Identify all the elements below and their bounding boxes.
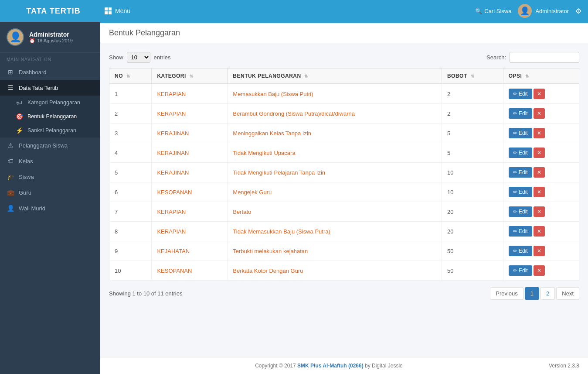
edit-button[interactable]: ✏ Edit [509,148,532,158]
th-bentuk-pelanggaran: BENTUK PELANGGARAN ⇅ [228,69,442,84]
table-head: NO ⇅ KATEGORI ⇅ BENTUK PELANGGARAN ⇅ BOB… [109,69,579,84]
cell-opsi: ✏ Edit✕ [503,104,579,124]
sidebar-item-wali-murid[interactable]: 👤 Wali Murid [0,200,100,216]
footer: Copyright © 2017 SMK Plus Al-Maftuh (026… [100,357,588,374]
next-button[interactable]: Next [556,287,579,300]
cell-bentuk-pelanggaran[interactable]: Berambut Gondrong (Siswa Putra)/dicat/di… [228,104,442,124]
cell-bentuk-pelanggaran[interactable]: Berkata Kotor Dengan Guru [228,261,442,281]
edit-button[interactable]: ✏ Edit [509,167,532,178]
cell-bentuk-pelanggaran[interactable]: Bertato [228,202,442,222]
cell-kategori[interactable]: KERAPIAN [152,202,228,222]
sidebar-item-data-tata-tertib[interactable]: ☰ Data Tata Tertib [0,80,100,96]
edit-button[interactable]: ✏ Edit [509,206,532,217]
cell-bobot: 50 [442,261,503,281]
cell-bobot: 20 [442,222,503,241]
cell-kategori[interactable]: KERAPIAN [152,84,228,104]
delete-button[interactable]: ✕ [534,226,545,237]
cell-bentuk-pelanggaran[interactable]: Tidak Mengikuti Pelajaran Tanpa Izin [228,163,442,182]
cell-no: 3 [109,124,152,143]
edit-button[interactable]: ✏ Edit [509,226,532,237]
sidebar-item-label: Bentuk Pelanggaran [27,113,77,120]
show-entries: Show 10 25 50 100 entries [109,52,171,63]
cell-no: 5 [109,163,152,182]
table-footer: Showing 1 to 10 of 11 entries Previous 1… [109,287,579,300]
footer-copyright: Copyright © 2017 [255,363,296,369]
edit-button[interactable]: ✏ Edit [509,128,532,138]
sidebar-item-kategori-pelanggaran[interactable]: 🏷 Kategori Pelanggaran [0,96,100,110]
edit-button[interactable]: ✏ Edit [509,89,532,99]
menu-toggle-button[interactable]: Menu [100,5,135,17]
table-row: 3KERAJINANMeninggalkan Kelas Tanpa Izin5… [109,124,579,143]
cell-bentuk-pelanggaran[interactable]: Memasukkan Baju (Siswa Putri) [228,84,442,104]
sidebar-item-sanksi-pelanggaran[interactable]: ⚡ Sanksi Pelanggaran [0,124,100,137]
top-right-nav: 🔍 Cari Siswa 👤 Administrator ⚙ [475,4,581,18]
delete-button[interactable]: ✕ [534,89,545,99]
previous-button[interactable]: Previous [490,287,523,300]
delete-button[interactable]: ✕ [534,265,545,276]
search-label: Cari Siswa [484,8,511,14]
cari-siswa-button[interactable]: 🔍 Cari Siswa [475,8,511,14]
sidebar-item-bentuk-pelanggaran[interactable]: 🎯 Bentuk Pelanggaran [0,110,100,124]
cell-bobot: 2 [442,104,503,124]
delete-button[interactable]: ✕ [534,108,545,119]
cell-kategori[interactable]: KERAJINAN [152,163,228,182]
sidebar-item-label: Kelas [19,158,33,165]
sidebar-user-name: Administrator [29,31,73,38]
delete-button[interactable]: ✕ [534,148,545,158]
sidebar-item-siswa[interactable]: 🎓 Siswa [0,169,100,185]
cell-kategori[interactable]: KERAJINAN [152,143,228,163]
sidebar-item-pelanggaran-siswa[interactable]: ⚠ Pelanggaran Siswa [0,137,100,153]
sidebar-item-guru[interactable]: 💼 Guru [0,185,100,200]
search-input[interactable] [510,52,579,63]
search-icon: 🔍 [475,8,482,14]
cell-bentuk-pelanggaran[interactable]: Tidak Memasukkan Baju (Siswa Putra) [228,222,442,241]
table-row: 7KERAPIANBertato20✏ Edit✕ [109,202,579,222]
cell-bentuk-pelanggaran[interactable]: Tidak Mengikuti Upacara [228,143,442,163]
delete-button[interactable]: ✕ [534,206,545,217]
page-2-button[interactable]: 2 [540,287,555,300]
cell-no: 6 [109,182,152,202]
sidebar-item-kelas[interactable]: 🏷 Kelas [0,153,100,169]
cell-kategori[interactable]: KERAJINAN [152,124,228,143]
cell-no: 9 [109,241,152,261]
table-row: 4KERAJINANTidak Mengikuti Upacara5✏ Edit… [109,143,579,163]
top-user-name: Administrator [535,8,569,14]
cell-kategori[interactable]: KESOPANAN [152,261,228,281]
edit-button[interactable]: ✏ Edit [509,187,532,197]
cell-bentuk-pelanggaran[interactable]: Meninggalkan Kelas Tanpa Izin [228,124,442,143]
delete-button[interactable]: ✕ [534,246,545,256]
cell-kategori[interactable]: KESOPANAN [152,182,228,202]
sidebar-avatar: 👤 [7,28,24,46]
sort-icon-kategori: ⇅ [190,74,194,79]
delete-button[interactable]: ✕ [534,128,545,138]
table-row: 6KESOPANANMengejek Guru10✏ Edit✕ [109,182,579,202]
page-1-button[interactable]: 1 [525,287,539,300]
cell-kategori[interactable]: KERAPIAN [152,222,228,241]
top-navbar: TATA TERTIB Menu 🔍 Cari Siswa 👤 Administ… [0,0,588,22]
content-header: Bentuk Pelanggaran [100,22,588,43]
cell-bobot: 5 [442,124,503,143]
footer-brand[interactable]: SMK Plus Al-Maftuh (0266) [297,363,364,369]
cell-no: 7 [109,202,152,222]
cell-opsi: ✏ Edit✕ [503,163,579,182]
cell-kategori[interactable]: KEJAHATAN [152,241,228,261]
warning-icon: ⚠ [7,142,14,149]
delete-button[interactable]: ✕ [534,187,545,197]
table-info: Showing 1 to 10 of 11 entries [109,290,182,297]
edit-button[interactable]: ✏ Edit [509,246,532,256]
sidebar-item-dashboard[interactable]: ⊞ Dashboard [0,64,100,80]
table-row: 2KERAPIANBerambut Gondrong (Siswa Putra)… [109,104,579,124]
cell-kategori[interactable]: KERAPIAN [152,104,228,124]
user-info-button[interactable]: 👤 Administrator [518,4,569,18]
cell-bentuk-pelanggaran[interactable]: Mengejek Guru [228,182,442,202]
edit-button[interactable]: ✏ Edit [509,265,532,276]
cell-bentuk-pelanggaran[interactable]: Terbukti melakukan kejahatan [228,241,442,261]
edit-button[interactable]: ✏ Edit [509,108,532,119]
entries-select[interactable]: 10 25 50 100 [127,52,150,63]
th-kategori: KATEGORI ⇅ [152,69,228,84]
content-area: Bentuk Pelanggaran Show 10 25 50 100 ent… [100,22,588,374]
delete-button[interactable]: ✕ [534,167,545,178]
settings-icon[interactable]: ⚙ [575,7,581,15]
main-layout: 👤 Administrator ⏰ 18 Agustus 2019 MAIN N… [0,22,588,374]
sidebar-item-label: Wali Murid [19,205,45,212]
